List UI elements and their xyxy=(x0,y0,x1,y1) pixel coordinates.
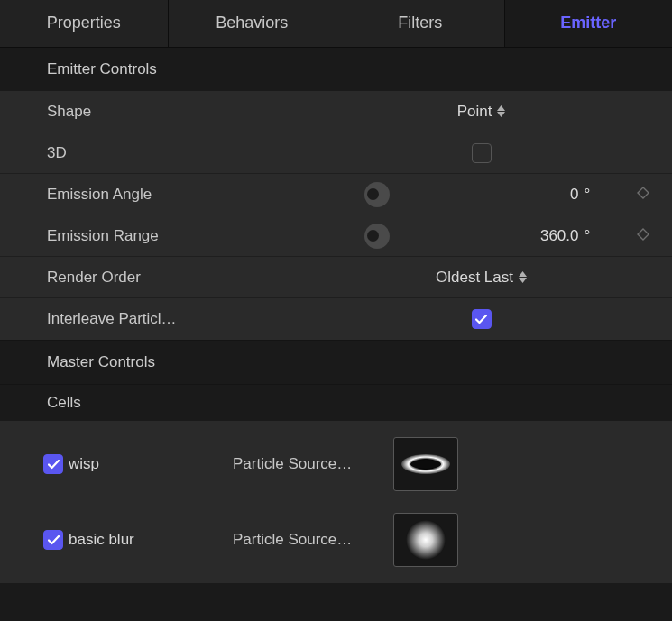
emission-range-label: Emission Range xyxy=(47,227,308,245)
degree-unit: ° xyxy=(585,227,599,245)
wisp-thumb-icon xyxy=(398,446,454,482)
tab-label: Properties xyxy=(47,14,121,32)
blur-thumb-icon xyxy=(398,513,454,567)
tab-emitter[interactable]: Emitter xyxy=(505,0,673,47)
tab-bar: Properties Behaviors Filters Emitter xyxy=(0,0,672,48)
particle-source-label: Particle Source… xyxy=(233,455,393,473)
emission-angle-label: Emission Angle xyxy=(47,186,308,204)
svg-point-1 xyxy=(410,460,441,469)
emission-angle-dial[interactable] xyxy=(364,182,390,207)
cell-row: basic blur Particle Source… xyxy=(0,502,672,578)
chevron-up-down-icon xyxy=(497,105,505,117)
keyframe-diamond-icon[interactable] xyxy=(637,227,649,245)
svg-point-2 xyxy=(406,520,446,560)
emitter-controls-header: Emitter Controls xyxy=(0,48,672,91)
degree-unit: ° xyxy=(585,186,599,204)
emitter-controls-group: Shape Point 3D Emission Angle 0 xyxy=(0,91,672,340)
emission-range-value[interactable]: 360.0 xyxy=(485,227,585,245)
shape-label: Shape xyxy=(47,103,308,121)
interleave-label: Interleave Particl… xyxy=(47,310,308,328)
shape-value: Point xyxy=(457,103,492,121)
cells-group: wisp Particle Source… basic blur Particl… xyxy=(0,421,672,583)
tab-label: Behaviors xyxy=(216,14,288,32)
interleave-row: Interleave Particl… xyxy=(0,298,672,340)
interleave-checkbox[interactable] xyxy=(472,309,492,329)
master-controls-header: Master Controls xyxy=(0,341,672,384)
emission-range-dial[interactable] xyxy=(364,224,390,249)
cell-name: basic blur xyxy=(69,531,233,549)
tab-behaviors[interactable]: Behaviors xyxy=(169,0,337,47)
particle-source-well[interactable] xyxy=(393,513,458,567)
three-d-row: 3D xyxy=(0,132,672,174)
emission-angle-row: Emission Angle 0 ° xyxy=(0,174,672,215)
tab-properties[interactable]: Properties xyxy=(0,0,169,47)
emission-angle-value[interactable]: 0 xyxy=(485,186,585,204)
tab-filters[interactable]: Filters xyxy=(336,0,505,47)
render-order-row: Render Order Oldest Last xyxy=(0,257,672,298)
tab-label: Filters xyxy=(398,14,442,32)
render-order-popup[interactable]: Oldest Last xyxy=(436,269,527,287)
cells-header: Cells xyxy=(0,385,672,421)
shape-row: Shape Point xyxy=(0,91,672,132)
shape-popup[interactable]: Point xyxy=(457,103,506,121)
cell-name: wisp xyxy=(69,455,233,473)
cell-enabled-checkbox[interactable] xyxy=(43,454,63,474)
particle-source-label: Particle Source… xyxy=(233,531,393,549)
chevron-up-down-icon xyxy=(519,271,527,283)
render-order-value: Oldest Last xyxy=(436,269,513,287)
render-order-label: Render Order xyxy=(47,269,308,287)
keyframe-diamond-icon[interactable] xyxy=(637,186,649,204)
particle-source-well[interactable] xyxy=(393,437,458,491)
tab-label: Emitter xyxy=(560,14,616,32)
three-d-checkbox[interactable] xyxy=(472,143,492,163)
emission-range-row: Emission Range 360.0 ° xyxy=(0,215,672,257)
cell-enabled-checkbox[interactable] xyxy=(43,530,63,550)
cell-row: wisp Particle Source… xyxy=(0,426,672,502)
three-d-label: 3D xyxy=(47,144,308,162)
